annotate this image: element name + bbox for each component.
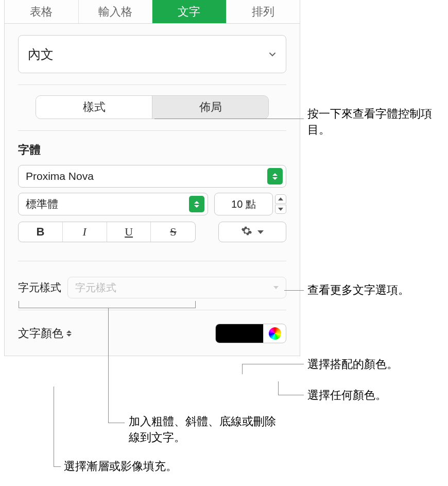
callout-gradient: 選擇漸層或影像填充。 (64, 459, 177, 475)
tab-table[interactable]: 表格 (5, 0, 79, 23)
font-size-up[interactable] (275, 194, 286, 204)
character-style-popup[interactable]: 字元樣式 (67, 277, 286, 298)
divider (18, 85, 286, 85)
strikethrough-button[interactable]: S (151, 222, 195, 242)
text-style-group: B I U S (18, 222, 196, 242)
color-controls (215, 324, 286, 343)
bold-button[interactable]: B (19, 222, 63, 242)
font-size-down[interactable] (275, 205, 286, 214)
underline-button[interactable]: U (107, 222, 151, 242)
font-weight-value: 標準體 (26, 197, 58, 211)
callout-line (108, 308, 109, 423)
callout-bius: 加入粗體、斜體、底線或刪除線到文字。 (129, 414, 283, 446)
callout-line (278, 395, 304, 395)
segment-style[interactable]: 樣式 (36, 96, 152, 119)
tab-text[interactable]: 文字 (152, 0, 227, 23)
paragraph-style-popup[interactable]: 內文 (18, 35, 286, 73)
callout-bracket (19, 301, 196, 308)
callout-style-controls: 按一下來查看字體控制項目。 (307, 106, 441, 138)
callout-match-color: 選擇搭配的顏色。 (307, 357, 398, 373)
tab-arrange[interactable]: 排列 (227, 0, 300, 23)
color-swatch[interactable] (216, 324, 263, 343)
callout-line (278, 381, 279, 395)
paragraph-style-label: 內文 (28, 46, 54, 63)
chevron-down-icon (273, 286, 279, 289)
callout-line (284, 290, 304, 291)
style-layout-segmented: 樣式 佈局 (36, 95, 269, 119)
callout-line (242, 364, 243, 374)
font-section-label: 字體 (18, 142, 286, 158)
callout-line (242, 364, 304, 364)
divider (18, 261, 286, 261)
color-wheel-icon (269, 327, 281, 340)
chevron-down-icon (257, 230, 264, 234)
advanced-options-button[interactable] (218, 222, 286, 242)
font-family-popup[interactable]: Proxima Nova (18, 165, 286, 188)
callout-line (54, 466, 61, 467)
divider (18, 130, 286, 131)
font-size-control: 10 點 (214, 193, 286, 215)
gear-icon (241, 225, 252, 239)
chevron-down-icon (268, 50, 277, 58)
callout-line (108, 423, 125, 423)
font-family-value: Proxima Nova (26, 170, 94, 182)
callout-more-options: 查看更多文字選項。 (307, 282, 409, 298)
font-size-stepper (275, 194, 286, 214)
updown-icon (66, 330, 72, 337)
callout-line (54, 387, 54, 466)
callout-line (154, 119, 304, 119)
segment-layout[interactable]: 佈局 (152, 96, 268, 119)
popup-stepper-icon (189, 196, 204, 212)
callout-any-color: 選擇任何顏色。 (307, 388, 387, 404)
character-style-placeholder: 字元樣式 (75, 281, 116, 295)
italic-button[interactable]: I (63, 222, 107, 242)
character-style-label: 字元樣式 (18, 280, 61, 295)
tab-cell[interactable]: 輸入格 (79, 0, 153, 23)
color-wheel-button[interactable] (263, 324, 286, 343)
font-size-field[interactable]: 10 點 (214, 193, 273, 215)
top-tabs: 表格 輸入格 文字 排列 (5, 0, 300, 24)
font-weight-popup[interactable]: 標準體 (18, 193, 208, 215)
popup-stepper-icon (267, 168, 283, 185)
text-color-popup[interactable]: 文字顏色 (18, 326, 72, 341)
text-color-label: 文字顏色 (18, 326, 63, 341)
divider (18, 310, 286, 310)
